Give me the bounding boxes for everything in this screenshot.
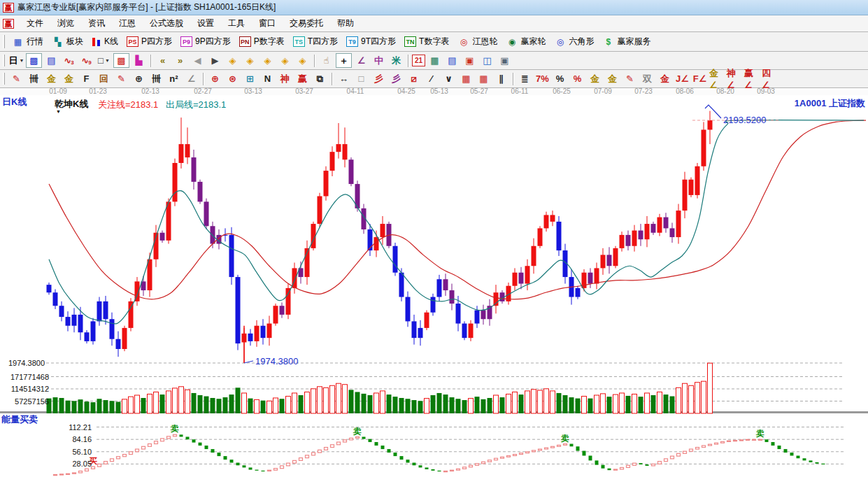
candle-style-button[interactable]: □▼ xyxy=(96,53,112,68)
hexagon-button[interactable]: ◎六角形 xyxy=(550,34,598,49)
parallel-tool[interactable]: ∥ xyxy=(493,71,509,86)
gold-circle-tool[interactable]: 金 xyxy=(587,71,603,86)
n-wave-tool[interactable]: Ν xyxy=(259,71,276,86)
fan-tool[interactable]: ∠ xyxy=(183,71,199,86)
pencil-grid-tool[interactable]: ✎ xyxy=(113,71,129,86)
save-button[interactable]: ▣ xyxy=(462,53,478,68)
gold-grid2-tool[interactable]: 金 xyxy=(61,71,77,86)
calculator-button[interactable]: ▦ xyxy=(427,53,443,68)
9t-square-button[interactable]: T99T四方形 xyxy=(342,34,400,49)
t-square-button[interactable]: TST四方形 xyxy=(289,34,342,49)
menu-江恩[interactable]: 江恩 xyxy=(112,15,143,31)
four-angle-tool[interactable]: 四∠ xyxy=(762,71,778,86)
qiankun-pattern-button[interactable]: ▩ xyxy=(26,53,42,68)
menu-浏览[interactable]: 浏览 xyxy=(50,15,81,31)
next-bar-button[interactable]: ▶ xyxy=(207,53,223,68)
percent7-tool[interactable]: 7% xyxy=(534,71,550,86)
shen-angle-tool[interactable]: 神∠ xyxy=(727,71,743,86)
square-number-tool[interactable]: n² xyxy=(166,71,182,86)
last-bar-button[interactable]: » xyxy=(172,53,188,68)
diag-box-tool[interactable]: ⧄ xyxy=(406,71,422,86)
gold-grid-tool[interactable]: 金 xyxy=(43,71,59,86)
memo-button[interactable]: ▤ xyxy=(444,53,460,68)
stats-tool[interactable]: ≣ xyxy=(517,71,533,86)
chart-area[interactable]: 日K线 乾坤K线 ▼ 关注线=2183.1 出局线=2183.1 1A0001 … xyxy=(0,95,868,477)
fan-lines-tool[interactable]: 彡 xyxy=(371,71,387,86)
red-pattern-button[interactable]: ▩ xyxy=(113,53,129,68)
zoom-left-button[interactable]: ◈ xyxy=(225,53,241,68)
menu-窗口[interactable]: 窗口 xyxy=(252,15,283,31)
network-button[interactable]: ◫ xyxy=(479,53,495,68)
zoom-out-button[interactable]: ◈ xyxy=(294,53,311,68)
menu-资讯[interactable]: 资讯 xyxy=(81,15,112,31)
kline-chart-canvas[interactable]: 买卖卖卖卖1974.38002193.52001974.380017177146… xyxy=(0,95,868,477)
title-bar[interactable]: 赢 赢家江恩专业版[赢家内部服务平台] - [上证指数 SH1A0001-165… xyxy=(0,0,868,15)
web-square-tool[interactable]: ⊞ xyxy=(242,71,258,86)
zoom-h-button[interactable]: ◈ xyxy=(259,53,276,68)
percent-tool[interactable]: % xyxy=(552,71,568,86)
kline-button[interactable]: K线 xyxy=(87,34,122,49)
wave9-button[interactable]: ∿9 xyxy=(78,53,94,68)
spiral-tool[interactable]: 回 xyxy=(96,71,112,86)
grid-tool[interactable]: 卌 xyxy=(26,71,42,86)
grid123-tool[interactable]: ⧉ xyxy=(312,71,328,86)
9p-square-button[interactable]: P99P四方形 xyxy=(176,34,235,49)
sectors-button[interactable]: ▚板块 xyxy=(48,34,87,49)
notes-button[interactable]: ▤ xyxy=(43,53,59,68)
angle-ruler-button[interactable]: ∠ xyxy=(353,53,369,68)
teal-pattern-button[interactable]: 米 xyxy=(388,53,404,68)
crosshair-button[interactable]: ＋ xyxy=(336,53,352,68)
gann-web-tool[interactable]: ⊛ xyxy=(225,71,241,86)
cycle-tool[interactable]: ⊕ xyxy=(131,71,147,86)
volume-profile-button[interactable]: ▙ xyxy=(131,53,147,68)
toolbar-grip[interactable] xyxy=(3,55,5,67)
gold-channel-tool[interactable]: 金 xyxy=(657,71,673,86)
kline-type-dropdown[interactable]: 乾坤K线 ▼ xyxy=(55,98,88,113)
menu-设置[interactable]: 设置 xyxy=(190,15,221,31)
frame-tool[interactable]: □ xyxy=(353,71,369,86)
j-angle-tool[interactable]: J∠ xyxy=(674,71,690,86)
wave3-button[interactable]: ∿3 xyxy=(61,53,77,68)
price-grid-tool[interactable]: ▦ xyxy=(458,71,474,86)
trend-line-tool[interactable]: ∕ xyxy=(423,71,439,86)
p-number-table-button[interactable]: PNP数字表 xyxy=(235,34,289,49)
zoom-in-button[interactable]: ◈ xyxy=(277,53,293,68)
quote-button[interactable]: ▦行情 xyxy=(8,34,48,49)
win-angle-tool[interactable]: 赢∠ xyxy=(744,71,760,86)
menu-公式选股[interactable]: 公式选股 xyxy=(143,15,190,31)
percent-line-tool[interactable]: % xyxy=(569,71,585,86)
zigzag-tool[interactable]: ∨ xyxy=(441,71,457,86)
comb-tool[interactable]: 卌 xyxy=(148,71,164,86)
wave-overlay-tool[interactable]: 双 xyxy=(639,71,655,86)
menu-交易委托[interactable]: 交易委托 xyxy=(283,15,330,31)
first-bar-button[interactable]: « xyxy=(155,53,171,68)
winner-wheel-button[interactable]: ◉赢家轮 xyxy=(501,34,550,49)
menu-文件[interactable]: 文件 xyxy=(20,15,50,31)
t-number-table-button[interactable]: TNT数字表 xyxy=(400,34,453,49)
prev-bar-button[interactable]: ◀ xyxy=(190,53,206,68)
toolbar-grip[interactable] xyxy=(3,73,5,85)
zoom-right-button[interactable]: ◈ xyxy=(242,53,258,68)
win-grid-tool[interactable]: 赢 xyxy=(294,71,311,86)
flag-pen-tool[interactable]: ✎ xyxy=(622,71,638,86)
computer-button[interactable]: ▣ xyxy=(497,53,513,68)
circle-cross-tool[interactable]: ⊕ xyxy=(207,71,223,86)
toolbar-grip[interactable] xyxy=(3,35,5,48)
fan-box-tool[interactable]: 彡 xyxy=(388,71,404,86)
f-angle-tool[interactable]: F∠ xyxy=(692,71,708,86)
gann-box-button[interactable]: 中 xyxy=(371,53,387,68)
p-square-button[interactable]: PSP四方形 xyxy=(122,34,176,49)
measure-tool[interactable]: ↔ xyxy=(336,71,352,86)
gold-angle-tool[interactable]: 金∠ xyxy=(709,71,725,86)
period-daily-button[interactable]: 日▼ xyxy=(8,53,24,68)
pencil-tool[interactable]: ✎ xyxy=(8,71,24,86)
gold-line-tool[interactable]: 金 xyxy=(604,71,620,86)
hand-tool-button[interactable]: ☝ xyxy=(318,53,334,68)
menu-帮助[interactable]: 帮助 xyxy=(330,15,361,31)
winner-service-button[interactable]: $赢家服务 xyxy=(598,34,655,49)
menu-工具[interactable]: 工具 xyxy=(221,15,252,31)
shen-grid-tool[interactable]: 神 xyxy=(277,71,293,86)
gann-wheel-button[interactable]: ◎江恩轮 xyxy=(453,34,501,49)
price-grid2-tool[interactable]: ▦ xyxy=(476,71,492,86)
calendar-button[interactable]: 21 xyxy=(412,55,425,66)
